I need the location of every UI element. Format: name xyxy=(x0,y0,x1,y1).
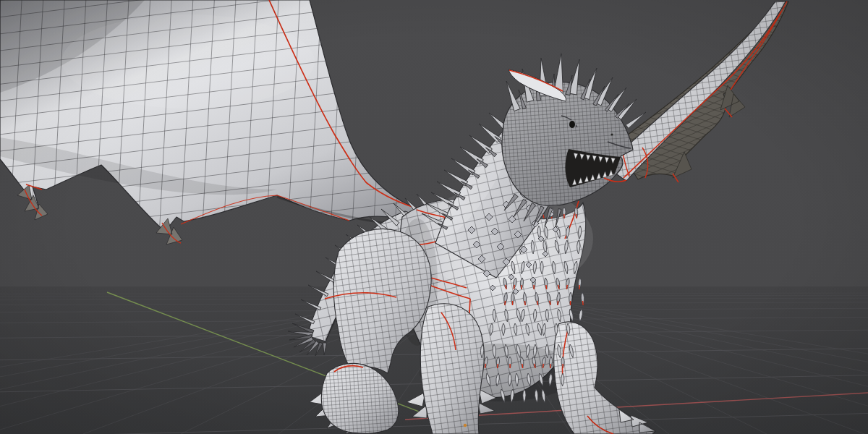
feather-seam-tip xyxy=(497,364,498,368)
feather-seam-tip xyxy=(579,285,579,289)
feather-seam-tip xyxy=(563,364,563,368)
feather-seam-tip xyxy=(564,214,565,218)
feather-seam-tip xyxy=(512,301,513,305)
feather-seam-tip xyxy=(505,301,506,305)
feather-seam-tip xyxy=(510,364,511,368)
wing-left-highlight xyxy=(61,14,315,109)
nostril xyxy=(610,133,613,135)
feather-seam-tip xyxy=(583,301,584,305)
feather-seam-tip xyxy=(521,285,522,289)
feather-seam-tip xyxy=(525,301,526,305)
viewport-canvas[interactable] xyxy=(0,0,868,434)
feather-seam-tip xyxy=(550,364,550,368)
eye xyxy=(569,121,576,129)
viewport-3d[interactable] xyxy=(0,0,868,434)
feather-seam-tip xyxy=(558,301,558,305)
feather-seam-tip xyxy=(522,364,523,368)
feather-seam-tip xyxy=(576,214,577,218)
origin-dot xyxy=(464,424,467,427)
feather-seam-tip xyxy=(534,285,535,289)
feather-seam-tip xyxy=(546,285,547,289)
feather-seam-tip xyxy=(570,301,571,305)
